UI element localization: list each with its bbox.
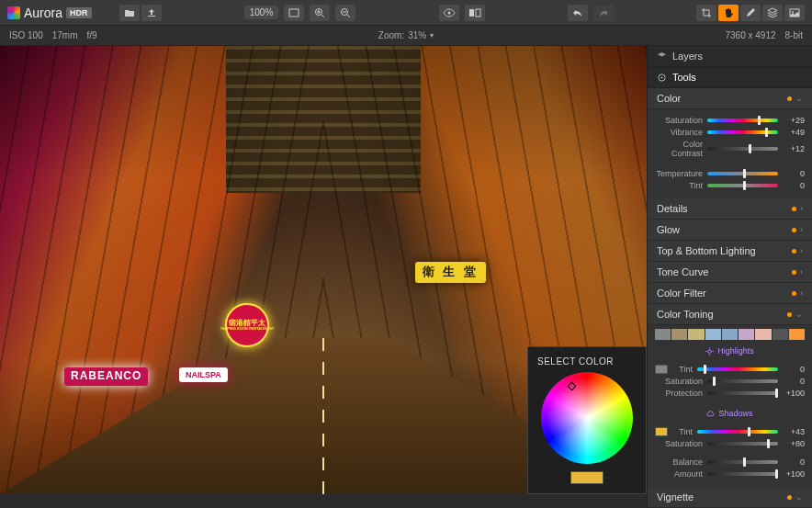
toning-swatch[interactable] xyxy=(739,329,754,340)
hi-prot-slider[interactable] xyxy=(707,391,778,395)
chevron-down-icon: ⌄ xyxy=(795,94,803,103)
tint-slider[interactable] xyxy=(707,184,778,187)
sign-taiping-round: 翡港館平太 TAI PING KOON RESTAURANT xyxy=(225,303,269,347)
app-name: Aurora xyxy=(24,6,62,20)
color-wheel[interactable] xyxy=(541,372,633,464)
hi-tint-swatch[interactable] xyxy=(655,365,668,374)
app-logo: Aurora HDR xyxy=(7,6,92,20)
balance-slider[interactable] xyxy=(707,460,778,464)
sign-rabeanco: RABEANCO xyxy=(64,367,148,386)
temperature-slider[interactable] xyxy=(707,172,778,175)
hdr-badge: HDR xyxy=(66,7,92,18)
aurora-logo-icon xyxy=(7,6,20,19)
focal-length: 17mm xyxy=(52,30,78,40)
color-contrast-slider[interactable] xyxy=(707,147,778,151)
preview-button[interactable] xyxy=(439,5,459,21)
layers-button[interactable] xyxy=(762,5,783,21)
svg-rect-5 xyxy=(476,9,480,17)
panel-tone-curve[interactable]: Tone Curve› xyxy=(648,262,812,283)
panel-color-toning[interactable]: Color Toning⌄ xyxy=(648,304,812,325)
brush-button[interactable] xyxy=(740,5,761,21)
panel-top-bottom[interactable]: Top & Bottom Lighting› xyxy=(648,241,812,262)
bit-depth: 8-bit xyxy=(785,30,803,40)
export-button[interactable] xyxy=(141,5,162,21)
hand-tool-button[interactable] xyxy=(718,5,739,21)
tools-icon xyxy=(657,73,667,83)
vibrance-slider[interactable] xyxy=(707,130,778,134)
sign-vertical-cn: 衛 生 堂 xyxy=(415,262,486,283)
cloud-icon xyxy=(706,410,715,418)
amount-slider[interactable] xyxy=(707,472,778,476)
image-dimensions: 7360 x 4912 xyxy=(725,30,775,40)
svg-point-7 xyxy=(792,11,794,13)
sh-sat-slider[interactable] xyxy=(707,442,778,446)
shadows-subsection: Shadows xyxy=(648,406,812,421)
canvas-area[interactable]: RABEANCO NAILSPA 翡港館平太 TAI PING KOON RES… xyxy=(0,46,647,508)
open-button[interactable] xyxy=(119,5,140,21)
color-wheel-cursor[interactable] xyxy=(568,382,577,391)
sign-nailspa: NAILSPA xyxy=(179,367,228,382)
toning-swatch[interactable] xyxy=(705,329,721,340)
zoom-value[interactable]: 31% xyxy=(408,30,426,40)
zoom-in-button[interactable] xyxy=(310,5,330,21)
aperture: f/9 xyxy=(87,30,97,40)
tools-header[interactable]: Tools xyxy=(648,67,812,88)
panel-glow[interactable]: Glow› xyxy=(648,220,812,241)
sun-icon xyxy=(705,347,714,356)
svg-rect-0 xyxy=(289,9,299,17)
color-picker-panel: SELECT COLOR xyxy=(527,346,647,494)
zoom-out-button[interactable] xyxy=(335,5,355,21)
fit-screen-button[interactable] xyxy=(284,5,304,21)
toning-swatch[interactable] xyxy=(773,329,788,340)
selected-color-swatch xyxy=(570,471,603,484)
crop-button[interactable] xyxy=(696,5,716,21)
redo-button[interactable] xyxy=(593,5,614,21)
zoom-label: Zoom: xyxy=(378,30,404,40)
panel-color[interactable]: Color⌄ xyxy=(648,88,812,109)
highlights-subsection: Highlights xyxy=(648,344,812,358)
toning-swatch[interactable] xyxy=(722,329,738,340)
hi-tint-slider[interactable] xyxy=(697,367,778,371)
color-picker-title: SELECT COLOR xyxy=(537,356,637,367)
info-bar: ISO 100 17mm f/9 Zoom: 31% ▾ 7360 x 4912… xyxy=(0,26,812,46)
toning-swatch[interactable] xyxy=(655,329,671,340)
saturation-slider[interactable] xyxy=(707,119,778,122)
chevron-down-icon[interactable]: ▾ xyxy=(430,31,434,40)
compare-button[interactable] xyxy=(465,5,485,21)
panel-vignette[interactable]: Vignette⌄ xyxy=(648,487,812,508)
svg-point-9 xyxy=(661,76,663,78)
sidebar: Layers Tools Color⌄ Saturation+29 Vibran… xyxy=(647,46,812,508)
svg-point-3 xyxy=(447,11,450,14)
toning-swatch[interactable] xyxy=(755,329,771,340)
zoom-percent[interactable]: 100% xyxy=(244,6,279,19)
top-toolbar: Aurora HDR 100% xyxy=(0,0,812,26)
toning-swatch[interactable] xyxy=(789,329,805,340)
svg-point-10 xyxy=(708,349,712,353)
layers-header[interactable]: Layers xyxy=(648,46,812,67)
panel-color-filter[interactable]: Color Filter› xyxy=(648,283,812,304)
image-button[interactable] xyxy=(784,5,805,21)
toning-swatch[interactable] xyxy=(688,329,704,340)
svg-rect-4 xyxy=(469,9,474,17)
layers-icon xyxy=(657,51,667,62)
undo-button[interactable] xyxy=(568,5,588,21)
sh-tint-slider[interactable] xyxy=(697,430,778,434)
toning-swatch[interactable] xyxy=(671,329,687,340)
hi-sat-slider[interactable] xyxy=(707,379,778,383)
sh-tint-swatch[interactable] xyxy=(655,427,668,436)
panel-details[interactable]: Details› xyxy=(648,198,812,220)
iso-value: ISO 100 xyxy=(9,30,43,40)
toning-swatches xyxy=(648,325,812,344)
